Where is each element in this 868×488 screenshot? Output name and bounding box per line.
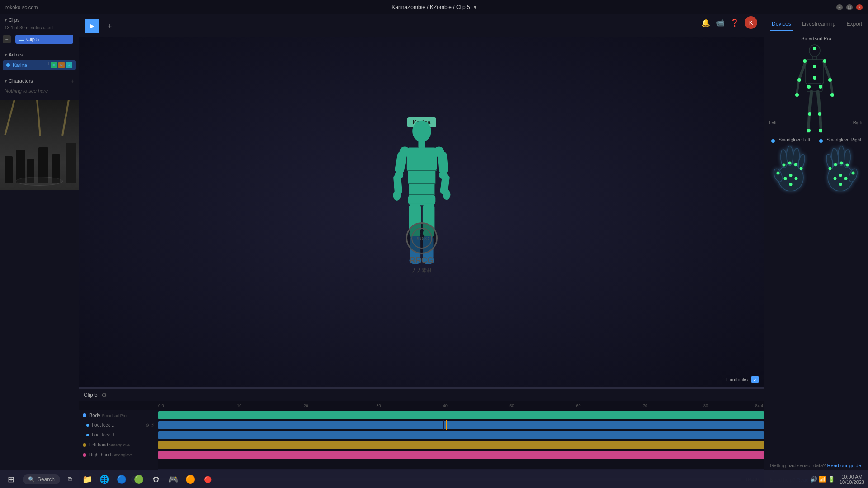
- track-row-footr: [158, 430, 764, 440]
- ruler-mark-end: 84.4: [755, 404, 763, 408]
- gloves-row: Smartglove Left: [771, 137, 861, 192]
- sensor-lankle: [807, 129, 811, 132]
- actors-section-header[interactable]: ▾ Actors: [0, 49, 79, 59]
- glove-right-svg: [822, 146, 859, 191]
- add-clip-button[interactable]: −: [3, 35, 11, 43]
- svg-point-52: [800, 167, 803, 170]
- track-content[interactable]: [158, 410, 764, 470]
- breadcrumb-arrow[interactable]: ▾: [474, 4, 476, 10]
- settings-icon[interactable]: ⚙: [149, 472, 163, 487]
- help-icon[interactable]: ❓: [730, 19, 739, 27]
- browser-icon[interactable]: 🌐: [97, 472, 112, 487]
- ruler-mark-50: 50: [509, 404, 514, 408]
- actor-item-karina[interactable]: Karina Ⅰ B H +: [3, 60, 76, 70]
- taskbar-search[interactable]: 🔍 Search: [23, 474, 60, 484]
- start-button[interactable]: ⊞: [4, 472, 18, 487]
- timeline-header: Clip 5 ⚙: [79, 389, 764, 401]
- track-footl-text: Foot lock L: [92, 422, 114, 427]
- clock-date: 10/10/2023: [840, 479, 864, 485]
- svg-rect-2: [406, 147, 436, 171]
- user-avatar[interactable]: K: [745, 16, 757, 29]
- sensor-rknee: [818, 112, 821, 116]
- file-manager-icon[interactable]: 📁: [80, 472, 94, 487]
- ruler-mark-80: 80: [703, 404, 708, 408]
- extra-icon-1[interactable]: 🟠: [183, 472, 198, 487]
- svg-rect-3: [408, 170, 435, 185]
- breadcrumb-text: KarinaZombie / KZombie / Clip 5: [392, 4, 470, 10]
- track-label-lefthand: Left hand Smartglove: [79, 440, 158, 450]
- svg-point-53: [789, 174, 793, 177]
- track-label-footlock-l: Foot lock L ⚙ ↺: [79, 420, 158, 430]
- no-characters-text: Nothing to see here: [0, 86, 79, 95]
- left-label: Left: [769, 120, 777, 125]
- ruler-mark-70: 70: [643, 404, 647, 408]
- svg-line-36: [824, 62, 830, 80]
- track-label-righthand: Right hand Smartglove: [79, 450, 158, 460]
- window-controls[interactable]: − □ ×: [836, 4, 863, 10]
- actors-label: Actors: [9, 52, 23, 57]
- badge-body: B: [51, 62, 57, 68]
- clips-label: Clips: [9, 17, 19, 23]
- ruler-mark-40: 40: [443, 404, 448, 408]
- minimize-button[interactable]: −: [836, 4, 843, 10]
- glove-left-item: Smartglove Left: [771, 137, 810, 192]
- maximize-button[interactable]: □: [846, 4, 853, 10]
- track-label-footlock-r: Foot lock R: [79, 430, 158, 440]
- footlocks-checkbox[interactable]: ✓: [751, 376, 759, 383]
- tab-devices[interactable]: Devices: [770, 18, 793, 31]
- watermark-brand: RRCG: [410, 256, 434, 265]
- svg-point-50: [788, 162, 792, 165]
- store-icon[interactable]: 🔵: [114, 472, 129, 487]
- video-icon[interactable]: 📹: [716, 19, 725, 27]
- actor-name: Karina: [13, 62, 27, 68]
- smartsuit-section: Smartsuit Pro Left: [764, 31, 868, 130]
- watermark-logo: RRCG: [406, 222, 438, 254]
- 3d-viewport[interactable]: Karina: [79, 37, 764, 387]
- add-character-button[interactable]: +: [71, 77, 74, 84]
- track-rhand-text: Right hand Smartglove: [89, 452, 133, 457]
- timeline-ruler: 0.0 10 20 30 40 50 60 70 80 84.4: [79, 401, 764, 410]
- close-button[interactable]: ×: [856, 4, 863, 10]
- svg-point-57: [777, 172, 780, 175]
- sensor-lwrist: [795, 93, 799, 97]
- svg-rect-1: [418, 140, 425, 148]
- search-text: Search: [38, 476, 55, 483]
- taskbar-clock: 10:00 AM 10/10/2023: [840, 474, 864, 485]
- center-area: ▶ + ⊕ 👁 ◫ ✏ ⬚ ⤢ ⛶ Karina: [79, 14, 764, 488]
- clip-item[interactable]: ▬ Clip 5: [15, 35, 73, 44]
- track-lhand-text: Left hand Smartglove: [89, 442, 130, 447]
- timeline-tracks: Body Smartsuit Pro Foot lock L ⚙ ↺ Foot …: [79, 410, 764, 470]
- track-dot-lhand: [83, 443, 86, 447]
- extra-icon-2[interactable]: 🔴: [200, 472, 215, 487]
- notification-icon[interactable]: 🔔: [701, 19, 710, 27]
- glove-left-svg: [773, 146, 809, 191]
- track-row-body: [158, 410, 764, 420]
- taskbar-right: 🔊 📶 🔋 10:00 AM 10/10/2023: [810, 474, 864, 485]
- clips-section: ▾ Clips 13.1 of 30 minutes used − ▬ Clip…: [0, 14, 79, 46]
- track-dot-rhand: [83, 453, 86, 457]
- timeline-edit-icon[interactable]: ⚙: [101, 391, 107, 399]
- sensor-head: [813, 47, 816, 50]
- watermark-sub: 人人素材: [412, 267, 432, 274]
- clips-section-header[interactable]: ▾ Clips: [0, 14, 79, 24]
- add-button[interactable]: +: [103, 19, 117, 33]
- tab-export[interactable]: Export: [844, 18, 864, 31]
- search-icon: 🔍: [28, 476, 35, 483]
- taskbar: ⊞ 🔍 Search ⧉ 📁 🌐 🔵 🟢 ⚙ 🎮 🟠 🔴 🔊 📶 🔋 10:00…: [0, 470, 868, 488]
- svg-rect-6: [394, 151, 407, 174]
- track-bar-lhand: [158, 441, 764, 449]
- svg-point-55: [795, 177, 798, 180]
- play-button[interactable]: ▶: [85, 19, 99, 33]
- right-label: Right: [853, 120, 863, 125]
- characters-section-header[interactable]: ▾ Characters +: [0, 75, 79, 86]
- ruler-mark-60: 60: [576, 404, 581, 408]
- task-view-icon[interactable]: ⧉: [63, 472, 77, 487]
- photos-icon[interactable]: 🟢: [132, 472, 146, 487]
- tab-livestreaming[interactable]: Livestreaming: [800, 18, 838, 31]
- sensor-rhip: [819, 85, 822, 89]
- sensor-lelbow: [797, 78, 801, 82]
- game-icon[interactable]: 🎮: [166, 472, 180, 487]
- clip-icon: ▬: [19, 37, 24, 42]
- track-row-lhand: [158, 440, 764, 450]
- track-row-rhand: [158, 450, 764, 460]
